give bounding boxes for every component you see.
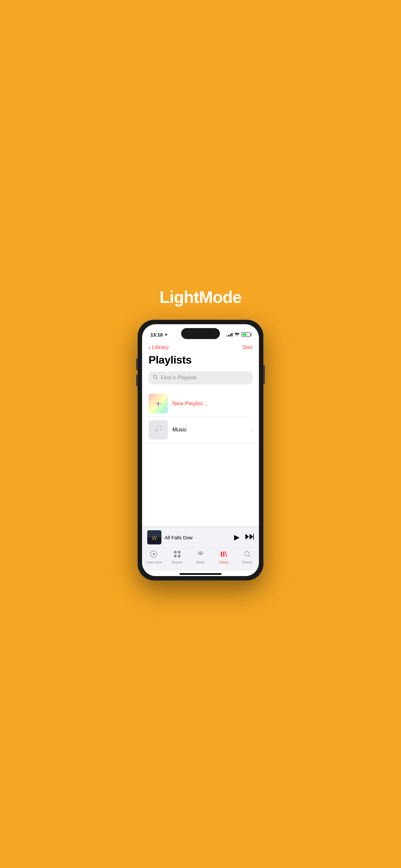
tab-radio[interactable]: Radio: [191, 551, 210, 564]
content-area: Playlists Find in Playlists: [142, 353, 259, 443]
search-placeholder: Find in Playlists: [161, 375, 197, 381]
svg-rect-8: [253, 534, 254, 539]
signal-bar-3: [230, 334, 231, 337]
tab-listen-now-label: Listen Now: [146, 561, 161, 564]
svg-point-2: [160, 429, 162, 431]
svg-text:W: W: [152, 535, 157, 541]
svg-rect-13: [174, 555, 177, 557]
spacer: [142, 443, 259, 526]
tab-search-label: Search: [242, 561, 252, 564]
signal-bar-1: [227, 336, 227, 337]
volume-up-button[interactable]: [136, 359, 137, 370]
svg-rect-17: [223, 552, 224, 557]
now-playing-artwork: W: [147, 530, 161, 545]
svg-marker-7: [250, 534, 253, 539]
now-playing-title: All Falls Dow: [165, 535, 231, 540]
svg-rect-16: [221, 552, 222, 557]
tab-browse[interactable]: Browse: [167, 551, 187, 564]
battery-fill: [243, 333, 247, 336]
svg-rect-14: [178, 555, 181, 557]
phone-screen: 13:10 ➤: [142, 324, 259, 576]
svg-marker-10: [153, 553, 156, 555]
music-playlist-thumbnail: [149, 420, 168, 439]
svg-rect-11: [174, 551, 177, 554]
page-heading: Playlists: [149, 353, 252, 366]
tab-library[interactable]: Library: [214, 551, 234, 564]
new-playlist-item[interactable]: + New Playlist...: [149, 391, 252, 417]
time-display: 13:10: [150, 332, 163, 337]
tab-browse-label: Browse: [172, 561, 182, 564]
fast-forward-button[interactable]: [245, 534, 254, 541]
wifi-icon: [235, 332, 240, 337]
music-playlist-item[interactable]: Music ›: [149, 417, 252, 443]
radio-icon: [197, 551, 204, 560]
browse-icon: [174, 551, 181, 560]
signal-bar-4: [232, 333, 233, 337]
plus-icon: +: [155, 398, 161, 410]
home-bar: [180, 573, 221, 575]
svg-rect-12: [178, 551, 181, 554]
music-note-icon: [153, 424, 163, 436]
svg-point-1: [155, 430, 157, 432]
new-playlist-info: New Playlist...: [173, 400, 252, 407]
location-icon: ➤: [165, 333, 167, 337]
tab-radio-label: Radio: [196, 561, 205, 564]
new-playlist-thumbnail: +: [149, 394, 168, 413]
phone-shell: 13:10 ➤: [137, 320, 264, 581]
artwork-image: W: [147, 530, 161, 545]
playlist-list: + New Playlist...: [149, 391, 252, 443]
music-playlist-label: Music: [173, 427, 187, 433]
signal-icon: [227, 333, 233, 337]
new-playlist-label: New Playlist...: [173, 400, 207, 407]
tab-bar: Listen Now Browse: [142, 548, 259, 570]
status-icons: [227, 332, 251, 337]
listen-now-icon: [150, 551, 157, 560]
svg-point-18: [244, 552, 249, 556]
now-playing-bar[interactable]: W All Falls Dow ▶: [142, 527, 259, 548]
page-background-title: LightMode: [159, 287, 242, 307]
back-label[interactable]: Library: [152, 344, 169, 351]
svg-point-15: [199, 553, 202, 555]
play-button[interactable]: ▶: [234, 533, 240, 541]
search-bar[interactable]: Find in Playlists: [149, 371, 252, 384]
svg-marker-6: [245, 534, 249, 539]
status-time: 13:10 ➤: [150, 332, 167, 337]
dynamic-island: [181, 328, 220, 339]
sort-button[interactable]: Sort: [243, 344, 252, 351]
power-button[interactable]: [264, 365, 265, 384]
home-indicator: [142, 570, 259, 576]
battery-icon: [242, 332, 251, 337]
tab-search[interactable]: Search: [238, 551, 257, 564]
now-playing-controls: ▶: [234, 533, 254, 541]
tab-library-label: Library: [219, 561, 229, 564]
nav-bar: ‹ Library Sort: [142, 342, 259, 353]
tab-listen-now[interactable]: Listen Now: [144, 551, 163, 564]
music-playlist-info: Music: [173, 427, 246, 433]
library-icon: [220, 551, 227, 560]
search-icon: [153, 375, 158, 381]
chevron-right-icon: ›: [251, 427, 252, 433]
volume-down-button[interactable]: [136, 375, 137, 386]
back-chevron-icon: ‹: [149, 344, 151, 351]
back-button[interactable]: ‹ Library: [149, 344, 169, 351]
search-tab-icon: [244, 551, 251, 560]
signal-bar-2: [228, 335, 229, 337]
